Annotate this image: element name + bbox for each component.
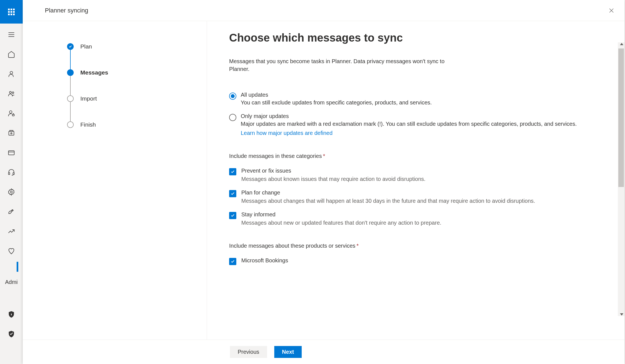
learn-major-updates-link[interactable]: Learn how major updates are defined xyxy=(241,130,332,136)
checkbox-plan-for-change[interactable]: Plan for change Messages about changes t… xyxy=(229,189,577,205)
radio-description: You can still exclude updates from speci… xyxy=(241,99,577,106)
checkbox-description: Messages about known issues that may req… xyxy=(241,175,577,183)
scroll-arrow-up-icon xyxy=(620,43,623,45)
health-icon[interactable] xyxy=(7,247,16,255)
close-button[interactable] xyxy=(607,6,616,15)
categories-checkbox-group: Prevent or fix issues Messages about kno… xyxy=(229,168,577,227)
radio-marker-unchecked-icon xyxy=(229,114,236,121)
wizard-step-nav: Plan Messages Import Finish xyxy=(23,21,207,340)
svg-rect-8 xyxy=(9,131,14,135)
checkbox-checked-icon xyxy=(229,258,236,265)
svg-point-10 xyxy=(11,133,12,134)
previous-button[interactable]: Previous xyxy=(230,346,267,358)
modal-body: Plan Messages Import Finish Choose which… xyxy=(23,21,624,340)
billing-icon[interactable] xyxy=(7,148,16,157)
checkbox-stay-informed[interactable]: Stay informed Messages about new or upda… xyxy=(229,211,577,227)
step-label: Finish xyxy=(80,121,96,128)
next-button[interactable]: Next xyxy=(274,346,302,358)
modal-footer: Previous Next xyxy=(23,340,624,364)
radio-description: Major updates are marked with a red excl… xyxy=(241,120,577,128)
modal-title: Planner syncing xyxy=(45,7,88,14)
svg-point-4 xyxy=(9,91,11,93)
radio-title: Only major updates xyxy=(241,113,577,119)
svg-point-15 xyxy=(11,191,12,193)
radio-all-updates[interactable]: All updates You can still exclude update… xyxy=(229,92,577,106)
resources-icon[interactable] xyxy=(7,129,16,137)
products-heading: Include messages about these products or… xyxy=(229,243,577,249)
checkbox-prevent-fix-issues[interactable]: Prevent or fix issues Messages about kno… xyxy=(229,168,577,183)
roles-icon[interactable] xyxy=(7,109,16,117)
home-icon[interactable] xyxy=(7,50,16,58)
settings-icon[interactable] xyxy=(7,188,16,196)
compliance-icon[interactable] xyxy=(7,330,16,338)
scroll-arrow-down-icon xyxy=(620,313,623,316)
waffle-icon xyxy=(8,9,15,15)
update-scope-radio-group: All updates You can still exclude update… xyxy=(229,92,577,136)
wizard-step-finish[interactable]: Finish xyxy=(67,121,207,128)
radio-title: All updates xyxy=(241,92,577,98)
admin-centers-label: Admi xyxy=(5,279,18,285)
categories-heading: Include messages in these categories* xyxy=(229,153,577,159)
svg-rect-17 xyxy=(11,314,12,316)
step-marker-active-icon xyxy=(67,69,74,76)
step-marker-upcoming-icon xyxy=(67,121,74,128)
step-label: Plan xyxy=(80,43,92,50)
step-label: Messages xyxy=(80,69,108,76)
wizard-step-messages[interactable]: Messages xyxy=(67,69,207,95)
checkbox-title: Plan for change xyxy=(241,189,577,196)
support-icon[interactable] xyxy=(7,168,16,176)
modal-header: Planner syncing xyxy=(23,0,624,21)
close-icon xyxy=(609,8,614,13)
checkbox-title: Prevent or fix issues xyxy=(241,168,577,174)
active-nav-indicator xyxy=(17,262,18,272)
svg-rect-7 xyxy=(12,114,14,116)
scrollbar-thumb[interactable] xyxy=(618,48,624,187)
checkbox-checked-icon xyxy=(229,190,236,197)
menu-icon[interactable] xyxy=(7,30,16,39)
wizard-step-import[interactable]: Import xyxy=(67,95,207,121)
security-icon[interactable] xyxy=(7,310,16,319)
left-nav-rail: Admi xyxy=(0,24,23,364)
app-launcher-button[interactable] xyxy=(0,0,23,24)
scrollbar-track[interactable] xyxy=(618,42,624,316)
checkbox-title: Stay informed xyxy=(241,211,577,218)
required-asterisk-icon: * xyxy=(323,153,325,159)
radio-marker-checked-icon xyxy=(229,93,236,100)
user-icon[interactable] xyxy=(7,70,16,78)
radio-major-updates[interactable]: Only major updates Major updates are mar… xyxy=(229,113,577,136)
step-label: Import xyxy=(80,95,97,102)
reports-icon[interactable] xyxy=(7,227,16,235)
svg-rect-14 xyxy=(13,173,14,175)
page-title: Choose which messages to sync xyxy=(229,32,577,44)
checkbox-description: Messages about new or updated features t… xyxy=(241,219,577,227)
svg-rect-9 xyxy=(10,130,13,132)
svg-rect-11 xyxy=(9,151,14,155)
content-scroll-area: Choose which messages to sync Messages t… xyxy=(207,21,624,340)
step-marker-completed-icon xyxy=(67,43,74,50)
wizard-step-plan[interactable]: Plan xyxy=(67,43,207,69)
checkbox-description: Messages about changes that will happen … xyxy=(241,197,577,205)
checkbox-checked-icon xyxy=(229,212,236,219)
svg-point-5 xyxy=(12,92,14,94)
svg-rect-13 xyxy=(9,173,10,175)
required-asterisk-icon: * xyxy=(357,243,359,249)
checkbox-microsoft-bookings[interactable]: Microsoft Bookings xyxy=(229,257,577,265)
step-marker-upcoming-icon xyxy=(67,95,74,102)
teams-icon[interactable] xyxy=(7,89,16,98)
page-description: Messages that you sync become tasks in P… xyxy=(229,57,451,73)
planner-syncing-modal: Planner syncing Plan Messages I xyxy=(23,0,624,364)
products-checkbox-group: Microsoft Bookings xyxy=(229,257,577,265)
svg-point-3 xyxy=(10,71,12,74)
checkbox-checked-icon xyxy=(229,168,236,175)
setup-icon[interactable] xyxy=(7,207,16,216)
svg-point-6 xyxy=(9,111,12,113)
checkbox-title: Microsoft Bookings xyxy=(241,257,577,264)
